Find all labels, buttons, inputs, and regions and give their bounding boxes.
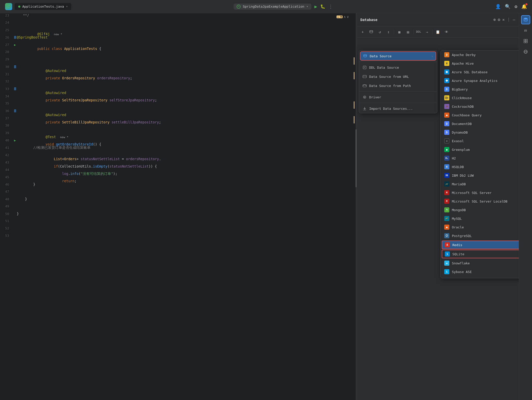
submenu-oracle[interactable]: ● Oracle	[441, 223, 519, 231]
ddl-icon	[363, 65, 367, 69]
menu-item-path-label: Data Source from Path	[369, 84, 411, 88]
code-line-48: 48 }	[0, 197, 357, 204]
submenu-exasol[interactable]: ✕ Exasol	[441, 137, 519, 145]
code-line-47: 47	[0, 190, 357, 197]
right-col-m-icon[interactable]: m	[521, 26, 530, 35]
db-minimize-icon[interactable]: —	[513, 17, 515, 22]
menu-item-ddl-data-source[interactable]: DDL Data Source	[359, 63, 437, 72]
tb-add-button[interactable]: +	[359, 28, 366, 35]
tb-refresh-button[interactable]: ↺	[376, 28, 384, 35]
submenu-apache-hive[interactable]: H Apache Hive	[441, 59, 519, 68]
submenu-clickhouse[interactable]: ClickHouse	[441, 94, 519, 102]
azure-synapse-icon	[444, 78, 449, 83]
run-gutter-arrow-40[interactable]: ▶	[14, 139, 16, 142]
db-more-icon[interactable]: ⋮	[507, 17, 511, 22]
db-panel-header: Database ⊕ ⚙ ✕ ⋮ —	[357, 13, 519, 26]
submenu-mssql-local[interactable]: M Microsoft SQL Server LocalDB	[441, 197, 519, 206]
tb-arrow-button[interactable]: →	[423, 28, 431, 35]
submenu-mssql[interactable]: M Microsoft SQL Server	[441, 188, 519, 197]
submenu-hsqldb[interactable]: H HSQLDB	[441, 162, 519, 171]
menu-item-data-source-url[interactable]: Data Source from URL	[359, 72, 437, 81]
mysql-icon	[444, 216, 449, 221]
data-source-icon	[363, 54, 367, 58]
tb-clipboard-button[interactable]: 📋	[434, 28, 442, 35]
submenu-mongodb[interactable]: 🍃 MongoDB	[441, 206, 519, 214]
path-icon	[363, 84, 367, 88]
debug-button[interactable]: 🐛	[320, 4, 325, 9]
submenu-dynamodb[interactable]: D DynamoDB	[441, 128, 519, 137]
db-close-icon[interactable]: ✕	[502, 17, 505, 22]
file-tab-close[interactable]: ✕	[66, 5, 68, 8]
submenu-snowflake[interactable]: ❋ Snowflake	[441, 259, 519, 267]
svg-point-2	[370, 30, 373, 31]
menu-item-url-label: Data Source from URL	[369, 75, 409, 79]
file-modified-dot	[18, 6, 20, 8]
menu-item-driver[interactable]: Driver	[359, 93, 437, 102]
submenu-mariadb[interactable]: MariaDB	[441, 180, 519, 188]
search-icon[interactable]: 🔍	[505, 4, 510, 9]
app-icon	[5, 3, 12, 10]
submenu-cockroachdb[interactable]: 🪳 CockroachDB	[441, 102, 519, 111]
right-col-globe-icon[interactable]	[521, 47, 530, 56]
right-col-grid-icon[interactable]	[521, 37, 530, 46]
h2-label: H2	[452, 156, 456, 160]
code-line-24: 24	[0, 21, 357, 28]
oracle-label: Oracle	[452, 225, 464, 229]
notification-icon[interactable]: 🔔	[521, 4, 527, 9]
svg-rect-16	[448, 97, 448, 99]
submenu-sybase[interactable]: S Sybase ASE	[441, 267, 519, 276]
submenu-azure-synapse[interactable]: Azure Synapse Analytics	[441, 76, 519, 85]
submenu-apache-derby[interactable]: D Apache Derby	[441, 50, 519, 59]
submenu-h2[interactable]: H₂ H2	[441, 154, 519, 162]
tb-separator-3	[432, 29, 433, 34]
database-panel: Database ⊕ ⚙ ✕ ⋮ — + ↺ ↧ ▦ ▤ DDL → 📋	[357, 13, 519, 400]
warning-expand[interactable]: ∧	[344, 15, 346, 19]
db-gutter-icon-33: 🗄	[14, 87, 16, 91]
submenu-vertica[interactable]: V Vertica	[441, 276, 519, 278]
run-config[interactable]: SpringDataJpaExampleApplication ▾	[234, 4, 311, 10]
tb-download-button[interactable]: ↧	[385, 28, 392, 35]
greenplum-label: Greenplum	[452, 148, 470, 152]
user-icon[interactable]: 👤	[495, 4, 501, 9]
menu-item-import[interactable]: Import Data Sources...	[359, 104, 437, 113]
code-line-31: 31 private OrdersRepository ordersReposi…	[0, 72, 357, 79]
tb-eye-button[interactable]: 👁	[443, 28, 450, 35]
mongodb-label: MongoDB	[452, 208, 466, 212]
azure-synapse-label: Azure Synapse Analytics	[452, 79, 498, 83]
menu-item-data-source[interactable]: Data Source ›	[360, 51, 436, 61]
more-options-button[interactable]: ⋮	[328, 4, 333, 9]
top-bar-right: 👤 🔍 ⚙ 🔔	[495, 4, 527, 9]
tb-ddl-button[interactable]: DDL	[415, 28, 422, 35]
db-gear-icon[interactable]: ⚙	[498, 17, 500, 22]
spring-icon	[237, 5, 241, 9]
submenu-couchbase[interactable]: ● Couchbase Query	[441, 111, 519, 119]
run-gutter-arrow[interactable]: ▶	[14, 43, 16, 47]
database-submenu: D Apache Derby H Apache Hive Azure SQL D…	[440, 50, 519, 278]
db-header-actions: ⊕ ⚙ ✕ ⋮ —	[493, 17, 515, 22]
submenu-sqlite[interactable]: S SQLite	[442, 250, 519, 258]
submenu-greenplum[interactable]: ● Greenplum	[441, 145, 519, 154]
right-col-db-icon[interactable]	[521, 15, 530, 24]
data-source-menu: Data Source › DDL Data Source	[359, 50, 437, 113]
db-add-icon[interactable]: ⊕	[493, 17, 496, 22]
submenu-bigquery[interactable]: B BigQuery	[441, 85, 519, 94]
menu-item-data-source-path[interactable]: Data Source from Path	[359, 81, 437, 90]
bigquery-label: BigQuery	[452, 87, 468, 91]
run-button[interactable]: ▶	[314, 4, 317, 9]
svg-rect-24	[524, 41, 525, 43]
submenu-azure-sql[interactable]: Azure SQL Database	[441, 68, 519, 76]
warning-collapse[interactable]: ∨	[347, 15, 349, 19]
db-gutter-icon-30: 🗄	[14, 65, 16, 69]
tb-table-button[interactable]: ▦	[396, 28, 403, 35]
submenu-documentdb[interactable]: D DocumentDB	[441, 119, 519, 128]
snowflake-icon: ❋	[444, 261, 449, 266]
submenu-mysql[interactable]: MySQL	[441, 214, 519, 223]
submenu-redis[interactable]: R Redis	[442, 241, 519, 249]
file-tab[interactable]: ApplicationTests.java ✕	[15, 3, 71, 10]
settings-icon[interactable]: ⚙	[515, 4, 517, 9]
tb-list-button[interactable]: ▤	[404, 28, 412, 35]
code-line-29: 29	[0, 57, 357, 65]
submenu-postgresql[interactable]: PostgreSQL	[441, 231, 519, 240]
submenu-ibm-db2[interactable]: DB IBM Db2 LUW	[441, 171, 519, 180]
tb-db-button[interactable]	[367, 28, 375, 35]
